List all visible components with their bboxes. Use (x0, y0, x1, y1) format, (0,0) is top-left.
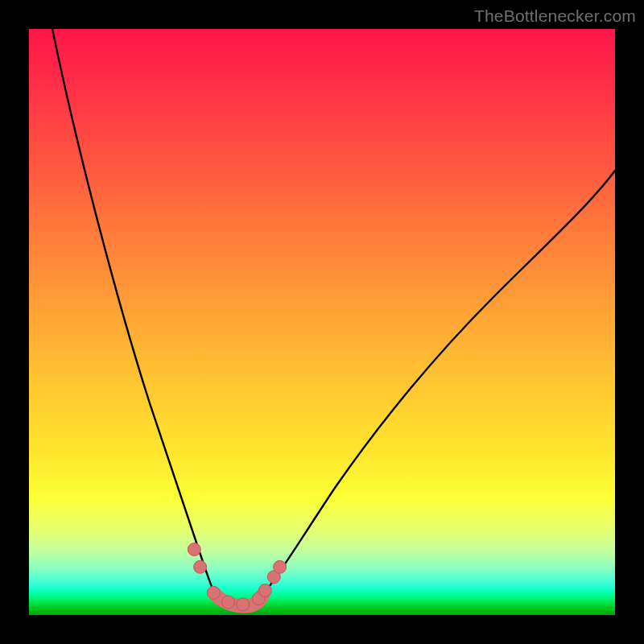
data-marker (258, 584, 271, 597)
data-marker (274, 560, 287, 573)
data-marker (188, 543, 200, 556)
data-marker (237, 598, 250, 611)
bottleneck-curve (29, 29, 615, 615)
curve-right-branch (263, 171, 615, 594)
curve-left-branch (52, 29, 216, 595)
data-marker (222, 596, 235, 609)
app-frame: TheBottlenecker.com (0, 0, 644, 644)
data-marker (194, 560, 207, 573)
data-marker (207, 586, 220, 599)
plot-area (29, 29, 615, 615)
watermark-text: TheBottlenecker.com (474, 6, 636, 26)
